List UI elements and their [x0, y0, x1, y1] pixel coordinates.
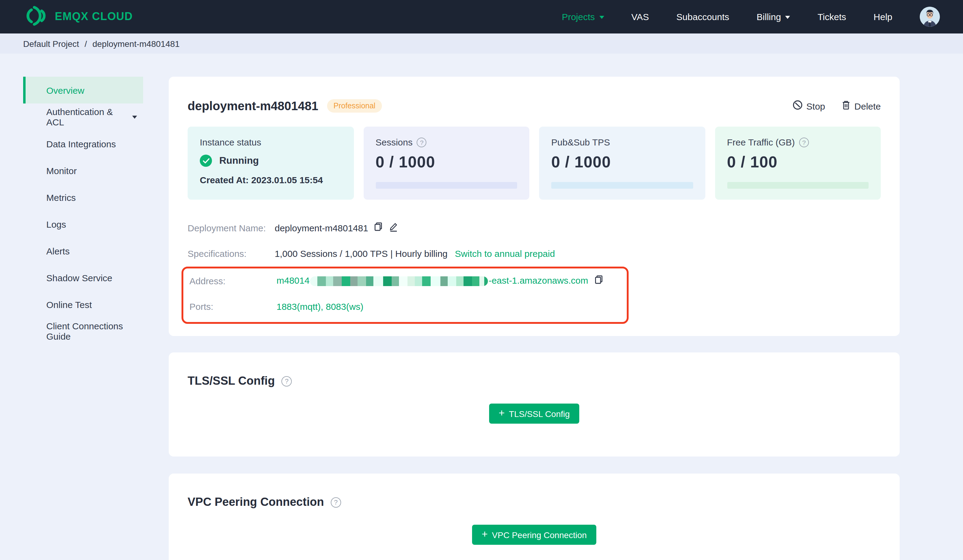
- sidebar-item-label: Alerts: [46, 246, 70, 256]
- tps-progress-bar: [551, 182, 693, 189]
- redacted-address-mosaic: [310, 276, 488, 286]
- plus-icon: +: [481, 529, 488, 539]
- sidebar-item-label: Shadow Service: [46, 272, 112, 283]
- sidebar-item-label: Overview: [46, 85, 84, 95]
- top-navigation: Projects VAS Subaccounts Billing Tickets…: [562, 7, 940, 27]
- help-icon[interactable]: ?: [799, 137, 809, 147]
- sidebar-item-alerts[interactable]: Alerts: [23, 237, 143, 264]
- plan-badge: Professional: [327, 99, 382, 113]
- nav-vas[interactable]: VAS: [631, 11, 649, 22]
- nav-projects-label: Projects: [562, 11, 595, 22]
- switch-annual-prepaid-link[interactable]: Switch to annual prepaid: [455, 248, 555, 258]
- sidebar-item-label: Online Test: [46, 299, 92, 309]
- stop-icon: [793, 100, 803, 112]
- chevron-down-icon: [599, 16, 604, 19]
- instance-status-label: Instance status: [200, 137, 261, 147]
- specifications-row: Specifications: 1,000 Sessions / 1,000 T…: [188, 245, 881, 262]
- vpc-title: VPC Peering Connection: [188, 495, 324, 509]
- sidebar-item-client-connections-guide[interactable]: Client Connections Guide: [23, 318, 143, 345]
- sidebar-item-label: Logs: [46, 219, 66, 229]
- free-traffic-card: Free Traffic (GB) ? 0 / 100: [715, 126, 881, 200]
- deployment-name-label: Deployment Name:: [188, 222, 275, 233]
- sidebar-item-online-test[interactable]: Online Test: [23, 291, 143, 318]
- sidebar-item-label: Client Connections Guide: [46, 321, 143, 342]
- nav-tickets[interactable]: Tickets: [817, 11, 846, 22]
- sidebar: Overview Authentication & ACL Data Integ…: [0, 53, 145, 560]
- specifications-label: Specifications:: [188, 248, 275, 258]
- sessions-value: 0 / 1000: [376, 153, 517, 172]
- copy-icon: [374, 222, 383, 234]
- nav-help-label: Help: [874, 11, 892, 22]
- add-tls-ssl-config-button[interactable]: + TLS/SSL Config: [489, 403, 580, 424]
- check-circle-icon: [200, 155, 212, 167]
- add-vpc-peering-button[interactable]: + VPC Peering Connection: [472, 525, 596, 545]
- nav-help[interactable]: Help: [874, 11, 892, 22]
- sidebar-item-label: Authentication & ACL: [46, 107, 132, 127]
- edit-pencil-icon: [389, 222, 399, 234]
- delete-button[interactable]: Delete: [841, 100, 881, 112]
- traffic-value: 0 / 100: [727, 153, 869, 172]
- deployment-overview-card: deployment-m4801481 Professional Stop: [169, 77, 900, 336]
- tps-value: 0 / 1000: [551, 153, 693, 172]
- sidebar-item-data-integrations[interactable]: Data Integrations: [23, 130, 143, 157]
- breadcrumb-project[interactable]: Default Project: [23, 39, 79, 49]
- stop-label: Stop: [806, 101, 825, 111]
- brand-name: EMQX CLOUD: [55, 10, 133, 23]
- status-running: Running: [219, 155, 259, 166]
- emqx-logo-icon: [23, 5, 47, 29]
- nav-billing[interactable]: Billing: [757, 11, 790, 22]
- help-icon[interactable]: ?: [417, 137, 427, 147]
- nav-projects[interactable]: Projects: [562, 11, 604, 22]
- sidebar-item-overview[interactable]: Overview: [23, 77, 143, 104]
- stats-row: Instance status Running Created At: 2023…: [188, 126, 881, 200]
- sidebar-item-authentication-acl[interactable]: Authentication & ACL: [23, 104, 143, 130]
- main-content: deployment-m4801481 Professional Stop: [169, 53, 900, 560]
- chevron-down-icon: [132, 115, 137, 118]
- plus-icon: +: [499, 408, 505, 418]
- vpc-button-label: VPC Peering Connection: [492, 530, 587, 540]
- topbar: EMQX CLOUD Projects VAS Subaccounts Bill…: [0, 0, 963, 34]
- sidebar-item-monitor[interactable]: Monitor: [23, 157, 143, 184]
- ports-label: Ports:: [190, 301, 277, 311]
- vpc-peering-card: VPC Peering Connection ? + VPC Peering C…: [169, 474, 900, 560]
- copy-icon: [593, 275, 603, 287]
- sidebar-item-label: Monitor: [46, 165, 77, 176]
- delete-label: Delete: [854, 101, 881, 111]
- traffic-label: Free Traffic (GB): [727, 137, 795, 147]
- sessions-card: Sessions ? 0 / 1000: [363, 126, 529, 200]
- nav-billing-label: Billing: [757, 11, 781, 22]
- copy-name-button[interactable]: [374, 222, 383, 234]
- address-annotation-highlight: Address: m48014-east-1.amazonaws.com: [182, 267, 629, 324]
- page: EMQX CLOUD Projects VAS Subaccounts Bill…: [0, 0, 963, 560]
- tls-title: TLS/SSL Config: [188, 374, 275, 388]
- breadcrumb: Default Project / deployment-m4801481: [0, 34, 963, 53]
- tls-ssl-card: TLS/SSL Config ? + TLS/SSL Config: [169, 353, 900, 456]
- ports-row: Ports: 1883(mqtt), 8083(ws): [190, 298, 627, 315]
- address-label: Address:: [190, 275, 277, 286]
- tps-label: Pub&Sub TPS: [551, 137, 610, 147]
- stop-button[interactable]: Stop: [793, 100, 825, 112]
- help-icon[interactable]: ?: [281, 376, 292, 386]
- sidebar-item-metrics[interactable]: Metrics: [23, 184, 143, 210]
- deployment-title: deployment-m4801481: [188, 99, 318, 113]
- ports-value: 1883(mqtt), 8083(ws): [277, 301, 363, 311]
- edit-name-button[interactable]: [389, 222, 399, 234]
- brand[interactable]: EMQX CLOUD: [23, 5, 133, 29]
- trash-icon: [841, 100, 851, 112]
- sidebar-item-label: Metrics: [46, 192, 76, 202]
- chevron-down-icon: [785, 16, 790, 19]
- nav-tickets-label: Tickets: [817, 11, 846, 22]
- user-avatar[interactable]: [920, 7, 940, 27]
- breadcrumb-separator: /: [85, 39, 87, 49]
- sessions-progress-bar: [376, 182, 517, 189]
- help-icon[interactable]: ?: [331, 497, 341, 507]
- nav-subaccounts-label: Subaccounts: [676, 11, 729, 22]
- sidebar-item-shadow-service[interactable]: Shadow Service: [23, 264, 143, 291]
- copy-address-button[interactable]: [593, 275, 603, 287]
- sidebar-item-label: Data Integrations: [46, 139, 116, 149]
- sidebar-item-logs[interactable]: Logs: [23, 210, 143, 237]
- nav-subaccounts[interactable]: Subaccounts: [676, 11, 729, 22]
- deployment-name-row: Deployment Name: deployment-m4801481: [188, 219, 881, 236]
- traffic-progress-bar: [727, 182, 869, 189]
- instance-status-card: Instance status Running Created At: 2023…: [188, 126, 353, 200]
